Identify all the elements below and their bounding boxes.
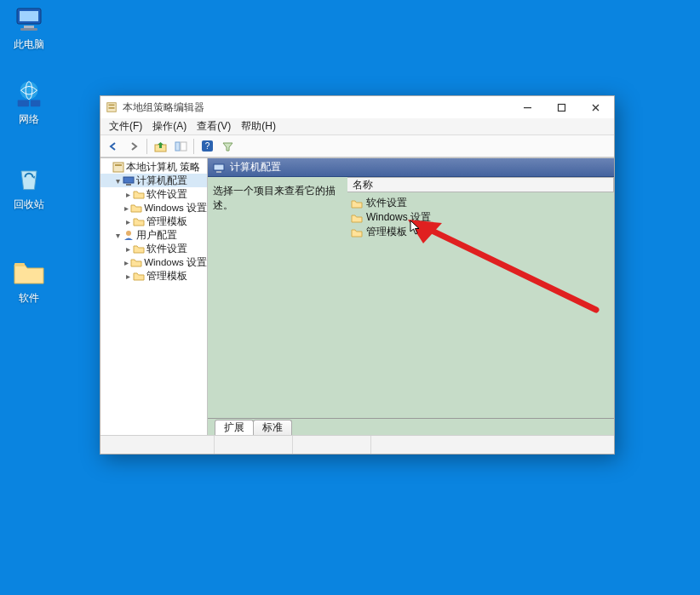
list-pane: 名称 软件设置 Windows 设置 管理模板 [347, 177, 614, 418]
svg-rect-15 [175, 142, 180, 151]
list-item[interactable]: Windows 设置 [347, 210, 614, 225]
back-button[interactable] [104, 138, 123, 155]
folder-icon [133, 270, 145, 282]
toolbar: ? [100, 135, 614, 157]
computer-config-icon [213, 162, 225, 174]
show-tree-button[interactable] [171, 138, 190, 155]
desktop-icon-computer[interactable]: 此电脑 [3, 2, 55, 52]
content-area: 本地计算机 策略 ▾ 计算机配置 ▸ 软件设置 ▸ Windows 设置 ▸ 管… [100, 157, 614, 435]
maximize-button[interactable] [544, 96, 578, 118]
folder-icon [351, 213, 363, 223]
list-item[interactable]: 管理模板 [347, 225, 614, 239]
tree-item[interactable]: ▸ Windows 设置 [100, 255, 207, 269]
chevron-down-icon[interactable]: ▾ [112, 176, 123, 186]
gpedit-window: 本地组策略编辑器 文件(F) 操作(A) 查看(V) 帮助(H) ? 本地计算机… [100, 95, 615, 455]
svg-rect-1 [20, 11, 38, 21]
folder-icon [133, 215, 145, 227]
chevron-right-icon[interactable]: ▸ [123, 258, 130, 267]
desktop-icon-network[interactable]: 网络 [3, 77, 55, 127]
details-header: 计算机配置 [208, 158, 614, 177]
tree-label: Windows 设置 [144, 202, 207, 215]
list-item-label: 管理模板 [366, 225, 407, 239]
close-button[interactable] [578, 96, 612, 118]
folder-icon [130, 202, 142, 214]
globe-icon [12, 77, 46, 111]
minimize-button[interactable] [510, 96, 544, 118]
desktop-icon-label: 网络 [3, 112, 55, 127]
filter-button[interactable] [218, 138, 237, 155]
menu-file[interactable]: 文件(F) [104, 119, 147, 134]
menu-view[interactable]: 查看(V) [192, 119, 236, 134]
tree-item[interactable]: ▸ 软件设置 [100, 242, 207, 255]
tree-label: 本地计算机 策略 [126, 161, 200, 174]
desktop-icon-label: 此电脑 [3, 37, 55, 52]
chevron-right-icon[interactable]: ▸ [123, 190, 133, 199]
user-config-icon [123, 229, 135, 241]
tree-item[interactable]: ▸ 软件设置 [100, 187, 207, 201]
computer-config-icon [123, 174, 135, 186]
folder-icon [133, 188, 145, 200]
description-text: 选择一个项目来查看它的描述。 [213, 185, 336, 211]
tree-item[interactable]: ▸ 管理模板 [100, 215, 207, 228]
up-folder-button[interactable] [151, 138, 169, 155]
tree-item[interactable]: ▸ 管理模板 [100, 269, 207, 283]
help-button[interactable]: ? [198, 138, 216, 155]
svg-rect-11 [109, 107, 115, 109]
computer-icon [12, 2, 46, 36]
tree-label: 软件设置 [146, 243, 187, 255]
list-item[interactable]: 软件设置 [347, 196, 614, 210]
description-pane: 选择一个项目来查看它的描述。 [208, 177, 347, 418]
details-pane: 计算机配置 选择一个项目来查看它的描述。 名称 软件设置 Wi [208, 158, 614, 435]
tree-root[interactable]: 本地计算机 策略 [100, 160, 207, 174]
menu-help[interactable]: 帮助(H) [236, 119, 281, 134]
svg-rect-12 [524, 107, 531, 108]
folder-icon [351, 227, 363, 237]
list-item-label: Windows 设置 [366, 210, 431, 225]
list-item-label: 软件设置 [366, 196, 407, 210]
titlebar[interactable]: 本地组策略编辑器 [100, 96, 614, 118]
tree-computer-config[interactable]: ▾ 计算机配置 [100, 174, 207, 187]
folder-icon [12, 255, 46, 289]
folder-icon [351, 198, 363, 209]
chevron-right-icon[interactable]: ▸ [123, 217, 133, 226]
tab-standard[interactable]: 标准 [253, 420, 292, 435]
svg-rect-20 [115, 164, 122, 166]
tree-item[interactable]: ▸ Windows 设置 [100, 201, 207, 215]
svg-rect-3 [20, 28, 37, 31]
svg-rect-7 [31, 100, 40, 107]
window-title: 本地组策略编辑器 [123, 100, 510, 115]
chevron-down-icon[interactable]: ▾ [112, 231, 123, 240]
desktop-icon-recycle[interactable]: 回收站 [3, 162, 55, 212]
svg-rect-10 [109, 105, 115, 106]
tree-user-config[interactable]: ▾ 用户配置 [100, 228, 207, 242]
svg-rect-2 [24, 26, 34, 28]
chevron-right-icon[interactable]: ▸ [123, 244, 133, 254]
svg-rect-16 [181, 142, 186, 151]
tree-label: 软件设置 [146, 188, 187, 201]
desktop-icon-label: 软件 [3, 291, 55, 306]
details-header-title: 计算机配置 [230, 160, 281, 174]
menubar: 文件(F) 操作(A) 查看(V) 帮助(H) [100, 118, 614, 135]
tree-label: 用户配置 [136, 229, 177, 242]
chevron-right-icon[interactable]: ▸ [123, 272, 133, 281]
tree-pane[interactable]: 本地计算机 策略 ▾ 计算机配置 ▸ 软件设置 ▸ Windows 设置 ▸ 管… [100, 158, 208, 435]
desktop-icon-label: 回收站 [3, 197, 55, 212]
chevron-right-icon[interactable]: ▸ [123, 203, 130, 213]
folder-icon [133, 243, 145, 255]
svg-point-4 [20, 82, 38, 100]
tab-extended[interactable]: 扩展 [215, 420, 254, 435]
svg-rect-22 [126, 184, 131, 186]
column-header-name[interactable]: 名称 [347, 177, 614, 192]
desktop-icon-folder[interactable]: 软件 [3, 255, 55, 306]
svg-rect-13 [558, 104, 565, 111]
svg-rect-6 [18, 100, 29, 107]
menu-action[interactable]: 操作(A) [147, 119, 192, 134]
svg-point-23 [126, 231, 131, 236]
svg-rect-21 [123, 177, 134, 183]
policy-icon [112, 161, 124, 173]
svg-text:?: ? [204, 141, 209, 151]
svg-rect-19 [113, 163, 123, 172]
tree-label: Windows 设置 [144, 256, 207, 269]
forward-button[interactable] [124, 138, 143, 155]
tree-label: 计算机配置 [136, 174, 187, 187]
